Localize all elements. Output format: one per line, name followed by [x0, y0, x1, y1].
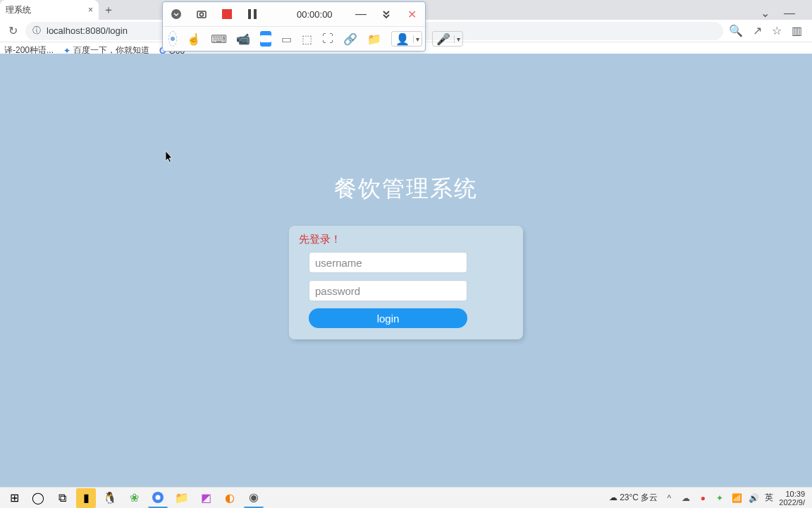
tab-close-icon[interactable]: × [88, 5, 93, 15]
recorder-collapse-icon[interactable] [379, 6, 394, 22]
share-icon[interactable]: ↗ [753, 24, 762, 37]
taskbar-app[interactable]: ▮ [76, 488, 96, 508]
taskbar-app[interactable]: ◩ [196, 488, 216, 508]
link-tool-icon[interactable]: 🔗 [343, 31, 357, 47]
pause-icon[interactable] [245, 6, 260, 22]
tray-chevron-icon[interactable]: ^ [663, 492, 675, 504]
fullscreen-tool-icon[interactable]: ⛶ [322, 31, 333, 47]
sidepanel-icon[interactable]: ▥ [792, 24, 802, 37]
svg-point-9 [156, 495, 161, 500]
weather-widget[interactable]: ☁ 23°C 多云 [609, 492, 658, 504]
mic-dropdown[interactable]: 🎤▾ [432, 31, 463, 47]
app-title: 餐饮管理系统 [334, 174, 478, 205]
taskbar-app[interactable]: ◐ [220, 488, 240, 508]
tray-onedrive-icon[interactable]: ☁ [680, 492, 691, 504]
bookmark-star-icon[interactable]: ☆ [772, 24, 782, 37]
record-icon[interactable] [219, 6, 235, 22]
taskbar-explorer[interactable]: 📁 [172, 488, 192, 508]
site-info-icon[interactable]: ⓘ [32, 25, 41, 37]
start-icon[interactable]: ⊞ [4, 488, 24, 508]
tray-app-icon[interactable]: ✦ [714, 492, 725, 504]
tray-ime[interactable]: 英 [765, 492, 773, 504]
screen-tool-icon[interactable]: ⬚ [302, 31, 312, 47]
recorder-timer: 00:00:00 [297, 9, 333, 20]
tray-record-icon[interactable]: ● [697, 492, 708, 504]
browser-tab[interactable]: 理系统 × [0, 0, 99, 20]
username-input[interactable] [309, 252, 467, 273]
reload-icon[interactable]: ↻ [6, 24, 20, 38]
svg-rect-3 [222, 9, 232, 19]
login-button[interactable]: login [309, 308, 467, 328]
new-tab-button[interactable]: ＋ [99, 0, 118, 20]
recorder-menu-icon[interactable] [168, 6, 184, 22]
folder-icon[interactable]: 📁 [367, 31, 381, 47]
pointer-tool-icon[interactable]: ☝ [187, 31, 201, 47]
toolbar-right: 🔍 ↗ ☆ ▥ [729, 24, 806, 37]
webcam-dropdown[interactable]: 👤▾ [391, 31, 422, 47]
recorder-minimize-icon[interactable]: — [353, 6, 369, 22]
svg-rect-7 [260, 35, 271, 42]
tray-volume-icon[interactable]: 🔊 [748, 492, 759, 504]
tray-clock[interactable]: 10:39 2022/9/ [779, 490, 808, 507]
screenshot-icon[interactable] [194, 6, 209, 22]
taskbar-app[interactable]: ◉ [244, 488, 264, 508]
tray-wifi-icon[interactable]: 📶 [731, 492, 742, 504]
taskbar-app[interactable]: ❀ [124, 488, 144, 508]
recorder-close-icon[interactable]: ✕ [404, 6, 419, 22]
zoom-icon[interactable]: 🔍 [729, 24, 743, 37]
tab-title: 理系统 [6, 4, 82, 16]
video-icon[interactable]: 📹 [236, 31, 250, 47]
svg-rect-4 [248, 9, 251, 19]
taskview-icon[interactable]: ⧉ [52, 488, 72, 508]
cursor-tool-icon[interactable] [168, 31, 177, 47]
taskbar: ⊞ ◯ ⧉ ▮ 🐧 ❀ 📁 ◩ ◐ ◉ ☁ 23°C 多云 ^ ☁ ● ✦ 📶 … [0, 487, 812, 508]
login-card: 先登录！ login [289, 226, 523, 339]
screen-recorder-overlay[interactable]: 00:00:00 — ✕ ☝ ⌨ 📹 ▭ ⬚ ⛶ 🔗 📁 👤▾ 🎤▾ [162, 1, 426, 52]
svg-point-2 [200, 13, 204, 16]
svg-rect-5 [254, 9, 257, 19]
taskbar-chrome[interactable] [148, 488, 168, 508]
taskbar-app[interactable]: 🐧 [100, 488, 120, 508]
window-controls: ⌄ — [761, 6, 812, 20]
window-minimize-icon[interactable]: — [784, 7, 795, 20]
login-message: 先登录！ [299, 233, 513, 246]
window-tool-icon[interactable]: ▭ [281, 31, 292, 47]
keyboard-icon[interactable]: ⌨ [211, 31, 226, 47]
svg-point-0 [171, 9, 181, 19]
page-viewport: 餐饮管理系统 先登录！ login [0, 54, 812, 487]
system-tray: ☁ 23°C 多云 ^ ☁ ● ✦ 📶 🔊 英 10:39 2022/9/ [609, 490, 808, 507]
svg-point-6 [171, 37, 175, 41]
password-input[interactable] [309, 280, 467, 301]
cortana-icon[interactable]: ◯ [28, 488, 48, 508]
region-tool-icon[interactable] [260, 31, 271, 47]
url-text: localhost:8080/login [47, 25, 128, 36]
window-dropdown-icon[interactable]: ⌄ [761, 6, 770, 20]
